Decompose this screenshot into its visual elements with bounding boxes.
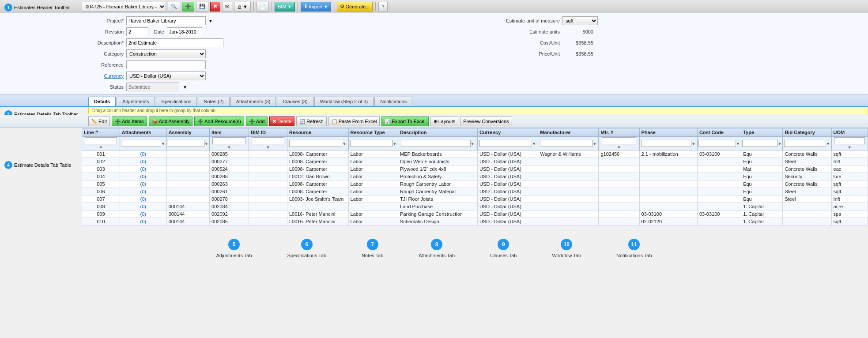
table-row[interactable]: 007 (0) 000278 L0003- Joe Smith's Team L…: [82, 195, 868, 203]
estimate-uom-select[interactable]: sqft: [562, 16, 598, 25]
filter-uom-input[interactable]: [834, 137, 865, 144]
add-items-button[interactable]: ➕ Add Items: [112, 116, 147, 126]
description-input[interactable]: [126, 38, 223, 47]
refresh-button[interactable]: 🔄 Refresh: [296, 116, 327, 126]
cell-bim-id: [249, 210, 287, 218]
export-to-excel-button[interactable]: 📊 Export To Excel: [381, 116, 428, 126]
reference-input[interactable]: [126, 60, 206, 69]
category-field-row: Category Construction: [88, 49, 472, 59]
filter-line-icon[interactable]: ▼: [99, 145, 103, 150]
filter-resource-input[interactable]: [289, 140, 342, 147]
add-assembly-button[interactable]: 📦 Add Assembly: [149, 116, 193, 126]
page-icon: 📄: [260, 4, 266, 9]
revision-field-row: Revision Date: [88, 27, 472, 37]
filter-attach-input[interactable]: [121, 140, 161, 147]
tab-notifications[interactable]: Notifications: [374, 97, 412, 106]
filter-currency-input[interactable]: [479, 140, 532, 147]
tab-notes[interactable]: Notes (2): [198, 97, 229, 106]
search-button[interactable]: 🔍: [168, 2, 180, 11]
currency-select[interactable]: USD - Dollar (USA): [126, 71, 206, 80]
filter-bid-cat-icon[interactable]: ▼: [826, 142, 830, 146]
filter-type: ▼: [741, 137, 783, 150]
filter-type-input[interactable]: [742, 140, 777, 147]
category-select[interactable]: Construction: [126, 49, 206, 58]
table-row[interactable]: 005 (0) 000263 L0008- Carpenter Labor Ro…: [82, 180, 868, 188]
callout-circle-8: 8: [431, 239, 442, 250]
revision-input[interactable]: [126, 27, 148, 36]
filter-phase-input[interactable]: [641, 140, 691, 147]
cell-attach: (0): [120, 218, 166, 225]
edit-button[interactable]: ✏️ Edit: [88, 116, 110, 126]
filter-bim-icon[interactable]: ▼: [266, 145, 270, 150]
tab-specifications[interactable]: Specifications: [156, 97, 197, 106]
filter-mfr-input[interactable]: [540, 140, 593, 147]
currency-link[interactable]: Currency: [88, 73, 124, 79]
cell-type: Equ: [741, 158, 783, 165]
filter-desc-input[interactable]: [401, 140, 471, 147]
filter-type-icon[interactable]: ▼: [777, 142, 781, 146]
callout-label-6: Specifications Tab: [287, 253, 326, 258]
import-label: Import: [309, 4, 322, 9]
table-row[interactable]: 004 (0) 000286 L0012- Dan Brown Labor Pr…: [82, 173, 868, 180]
filter-resource-type-input[interactable]: [350, 140, 393, 147]
help-button[interactable]: ?: [378, 2, 387, 11]
table-row[interactable]: 010 (0) 000144 002085 L0016- Peter Manci…: [82, 218, 868, 225]
tab-details[interactable]: Details: [88, 97, 116, 106]
tab-clauses[interactable]: Clauses (3): [277, 97, 313, 106]
cell-cost-code: [697, 180, 741, 188]
table-row[interactable]: 003 (0) 000524 L0008- Carpenter Labor Pl…: [82, 165, 868, 173]
import-button[interactable]: ⬇ Import ▼: [301, 2, 331, 11]
project-input[interactable]: [126, 16, 206, 25]
cell-line: 008: [82, 203, 120, 210]
table-row[interactable]: 001 (0) 000285 L0008- Carpenter Labor ME…: [82, 150, 868, 158]
help-icon: ?: [381, 4, 384, 9]
cell-resource-type: [348, 203, 398, 210]
filter-resource-icon[interactable]: ▼: [342, 142, 346, 146]
paste-from-excel-button[interactable]: 📋 Paste From Excel: [328, 116, 380, 126]
preview-conversions-button[interactable]: Preview Conversions: [460, 116, 512, 126]
print-button[interactable]: 🖨 ▼: [234, 2, 251, 11]
search-icon: 🔍: [171, 4, 177, 9]
generate-button[interactable]: ⚙ Generate...: [337, 2, 373, 11]
project-select[interactable]: 004725 - Harvard Baker Library -: [82, 2, 166, 11]
bim-button[interactable]: BIM ▼: [275, 2, 295, 11]
layouts-button[interactable]: ⊞ Layouts: [430, 116, 459, 126]
filter-bid-cat-input[interactable]: [784, 140, 826, 147]
filter-assembly-input[interactable]: [168, 140, 204, 147]
filter-cost-code-input[interactable]: [698, 140, 736, 147]
tab-adjustments[interactable]: Adjustments: [117, 97, 155, 106]
page-button[interactable]: 📄: [257, 2, 269, 11]
filter-resource-type-icon[interactable]: ▼: [392, 142, 396, 146]
filter-mfr-num-input[interactable]: [602, 137, 636, 144]
filter-bim-input[interactable]: [252, 137, 284, 144]
cell-type: Mat: [741, 165, 783, 173]
email-button[interactable]: ✉: [222, 2, 232, 11]
add-plain-button[interactable]: ➕ Add: [246, 116, 268, 126]
filter-attach-icon[interactable]: ▼: [161, 142, 165, 146]
filter-mfr-icon[interactable]: ▼: [593, 142, 596, 146]
filter-phase-icon[interactable]: ▼: [691, 142, 695, 146]
date-input[interactable]: [167, 27, 202, 36]
filter-uom-icon[interactable]: ▼: [848, 145, 852, 150]
cell-manufacturer: Wagner & Williams: [538, 150, 599, 158]
delete-button[interactable]: ✖ Delete: [269, 116, 294, 126]
table-row[interactable]: 002 (0) 000277 L0008- Carpenter Labor Op…: [82, 158, 868, 165]
filter-item-icon[interactable]: ▼: [227, 145, 231, 150]
table-row[interactable]: 008 (0) 000144 002084 Land Purchase USD …: [82, 203, 868, 210]
tab-workflow[interactable]: Workflow (Step 2 of 3): [314, 97, 374, 106]
cell-mfr-num: [599, 165, 639, 173]
filter-assembly-icon[interactable]: ▼: [204, 142, 208, 146]
filter-currency-icon[interactable]: ▼: [532, 142, 536, 146]
filter-desc-icon[interactable]: ▼: [471, 142, 475, 146]
cancel-button[interactable]: ✖: [210, 2, 220, 11]
filter-line-input[interactable]: [85, 137, 117, 144]
filter-mfr-num-icon[interactable]: ▼: [617, 145, 621, 150]
add-button[interactable]: ➕: [182, 2, 194, 11]
filter-cost-code-icon[interactable]: ▼: [736, 142, 740, 146]
tab-attachments[interactable]: Attachments (3): [230, 97, 276, 106]
save-button[interactable]: 💾: [196, 2, 208, 11]
filter-item-input[interactable]: [212, 137, 245, 144]
add-resource-button[interactable]: ➕ Add Resource(s): [194, 116, 244, 126]
table-row[interactable]: 009 (0) 000144 002092 L0016- Peter Manci…: [82, 210, 868, 218]
table-row[interactable]: 006 (0) 000261 L0008- Carpenter Labor Ro…: [82, 188, 868, 195]
